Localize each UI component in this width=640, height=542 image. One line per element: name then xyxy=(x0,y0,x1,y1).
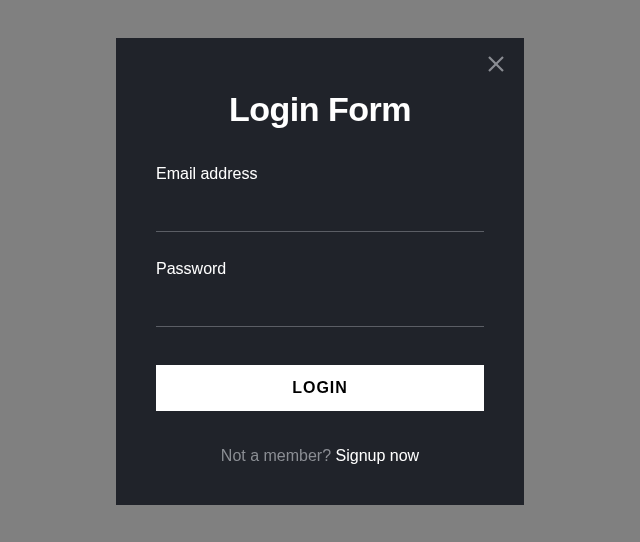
modal-title: Login Form xyxy=(156,90,484,129)
login-modal: Login Form Email address Password LOGIN … xyxy=(116,38,524,505)
email-field-group: Email address xyxy=(156,165,484,232)
close-icon xyxy=(487,55,505,77)
password-field-group: Password xyxy=(156,260,484,327)
email-input[interactable] xyxy=(156,191,484,232)
signup-footer: Not a member? Signup now xyxy=(156,447,484,465)
password-label: Password xyxy=(156,260,484,278)
password-input[interactable] xyxy=(156,286,484,327)
signup-link[interactable]: Signup now xyxy=(336,447,420,464)
close-button[interactable] xyxy=(486,56,506,76)
signup-prompt-text: Not a member? xyxy=(221,447,336,464)
email-label: Email address xyxy=(156,165,484,183)
login-button[interactable]: LOGIN xyxy=(156,365,484,411)
